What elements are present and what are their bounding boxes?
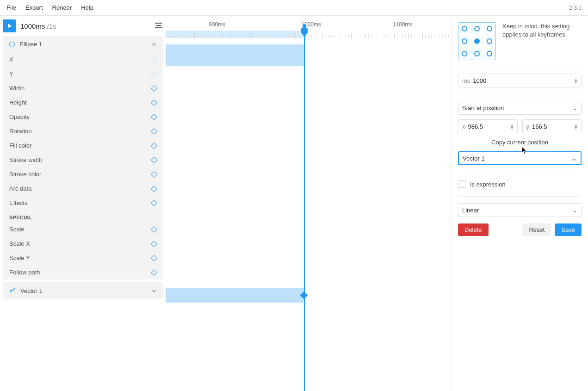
keyframe-diamond-icon[interactable] xyxy=(151,85,157,91)
menubar: File Export Render Help 2.3.0 xyxy=(0,0,588,16)
prop-y[interactable]: Y xyxy=(3,67,163,81)
keyframe-diamond-icon[interactable] xyxy=(151,269,157,275)
is-expression-label: Is expression xyxy=(470,181,506,188)
keyframe-diamond-icon[interactable] xyxy=(151,185,157,192)
chevron-up-icon xyxy=(152,41,156,48)
inspector-panel: Keep in mind, this setting applies to al… xyxy=(451,16,588,391)
menu-help[interactable]: Help xyxy=(77,2,97,13)
stepper-icon[interactable]: ▴▾ xyxy=(511,124,514,129)
prop-scale-y[interactable]: Scale Y xyxy=(3,251,163,265)
keyframe-diamond-icon[interactable] xyxy=(151,142,157,149)
prop-width[interactable]: Width xyxy=(3,81,163,95)
special-header: SPECIAL xyxy=(3,210,163,222)
delete-button[interactable]: Delete xyxy=(458,223,489,236)
anchor-bc[interactable] xyxy=(471,47,483,60)
copy-position-link[interactable]: Copy current position xyxy=(458,138,582,147)
ellipse-icon xyxy=(9,42,15,47)
track-span[interactable] xyxy=(166,44,304,66)
anchor-tl[interactable] xyxy=(458,23,471,35)
keyframe-diamond-icon[interactable] xyxy=(151,226,157,232)
align-icon[interactable] xyxy=(155,21,163,31)
prop-scale-x[interactable]: Scale X xyxy=(3,236,163,251)
easing-select[interactable]: Linear ⌄ xyxy=(458,203,582,217)
keyframe-diamond-icon[interactable] xyxy=(151,99,157,106)
track-follow-path xyxy=(166,288,451,303)
keyframe-diamond-icon[interactable] xyxy=(151,128,157,134)
layer-header-vector-1[interactable]: Vector 1 xyxy=(3,282,163,299)
layer-ellipse-1: Ellipse 1 X Y Width Height Opacity Rotat… xyxy=(3,36,163,279)
keyframe-diamond-icon[interactable] xyxy=(151,113,157,120)
start-position-select[interactable]: Start at position ⌄ xyxy=(458,101,582,115)
stepper-icon[interactable]: ▴▾ xyxy=(575,78,577,83)
prop-height[interactable]: Height xyxy=(3,95,163,110)
layer-vector-1: Vector 1 xyxy=(3,282,163,299)
menu-render[interactable]: Render xyxy=(49,2,76,13)
y-field[interactable]: y 166.5 ▴▾ xyxy=(522,119,582,133)
layer-name: Ellipse 1 xyxy=(19,41,42,48)
anchor-tr[interactable] xyxy=(483,23,495,35)
anchor-note: Keep in mind, this setting applies to al… xyxy=(502,22,582,39)
prop-follow-path[interactable]: Follow path xyxy=(3,265,163,279)
keyframe-diamond-icon[interactable] xyxy=(151,171,157,177)
playhead-grip-icon xyxy=(301,32,308,37)
keyframe-diamond-icon[interactable] xyxy=(151,56,157,62)
anchor-tc[interactable] xyxy=(471,23,483,35)
keyframe-diamond-icon[interactable] xyxy=(151,199,157,206)
prop-rotation[interactable]: Rotation xyxy=(3,124,163,138)
playhead[interactable] xyxy=(304,26,305,391)
ms-field[interactable]: ms 1000 ▴▾ xyxy=(458,74,582,87)
menu-file[interactable]: File xyxy=(3,2,20,13)
prop-scale[interactable]: Scale xyxy=(3,222,163,236)
current-time: 1000ms xyxy=(20,22,45,30)
chevron-down-icon: ⌄ xyxy=(572,207,577,214)
prop-x[interactable]: X xyxy=(3,52,163,67)
is-expression-checkbox[interactable] xyxy=(458,180,465,188)
prop-opacity[interactable]: Opacity xyxy=(3,110,163,124)
prop-stroke-color[interactable]: Stroke color xyxy=(3,167,163,181)
prop-effects[interactable]: Effects xyxy=(3,196,163,210)
reset-button[interactable]: Reset xyxy=(522,223,551,236)
save-button[interactable]: Save xyxy=(555,223,582,236)
timeline-panel[interactable]: 900ms 1000ms 1100ms xyxy=(166,16,451,391)
time-display: 1000ms /1s xyxy=(20,22,56,30)
track-span[interactable] xyxy=(166,288,304,303)
vector-select[interactable]: Vector 1 ⌄ xyxy=(458,151,582,165)
chevron-down-icon: ⌄ xyxy=(572,155,577,162)
x-field[interactable]: x 986.5 ▴▾ xyxy=(458,119,518,133)
anchor-grid xyxy=(458,22,496,60)
prop-stroke-width[interactable]: Stroke width xyxy=(3,153,163,167)
keyframe-diamond-icon[interactable] xyxy=(151,254,157,261)
layer-header-ellipse-1[interactable]: Ellipse 1 xyxy=(3,36,163,52)
anchor-mr[interactable] xyxy=(483,35,495,48)
layer-name: Vector 1 xyxy=(20,287,43,294)
anchor-bl[interactable] xyxy=(458,47,471,60)
play-icon xyxy=(8,24,12,28)
total-time: /1s xyxy=(47,22,56,30)
prop-arc-data[interactable]: Arc data xyxy=(3,181,163,196)
stepper-icon[interactable]: ▴▾ xyxy=(575,124,577,129)
chevron-down-icon: ⌄ xyxy=(572,105,577,112)
keyframe-diamond-icon[interactable] xyxy=(151,240,157,247)
left-panel: 1000ms /1s Ellipse 1 X Y Width Height Op… xyxy=(0,16,166,391)
anchor-ml[interactable] xyxy=(458,35,471,48)
anchor-br[interactable] xyxy=(483,47,495,60)
chevron-down-icon xyxy=(152,288,156,294)
vector-icon xyxy=(9,287,16,295)
anchor-mc[interactable] xyxy=(471,35,483,48)
prop-fill-color[interactable]: Fill color xyxy=(3,138,163,153)
keyframe-diamond-icon[interactable] xyxy=(151,156,157,163)
keyframe-diamond-icon[interactable] xyxy=(151,70,157,77)
track-ellipse-header xyxy=(166,44,451,66)
version-label: 2.3.0 xyxy=(569,5,585,11)
menu-export[interactable]: Export xyxy=(22,2,47,13)
play-button[interactable] xyxy=(3,19,16,32)
